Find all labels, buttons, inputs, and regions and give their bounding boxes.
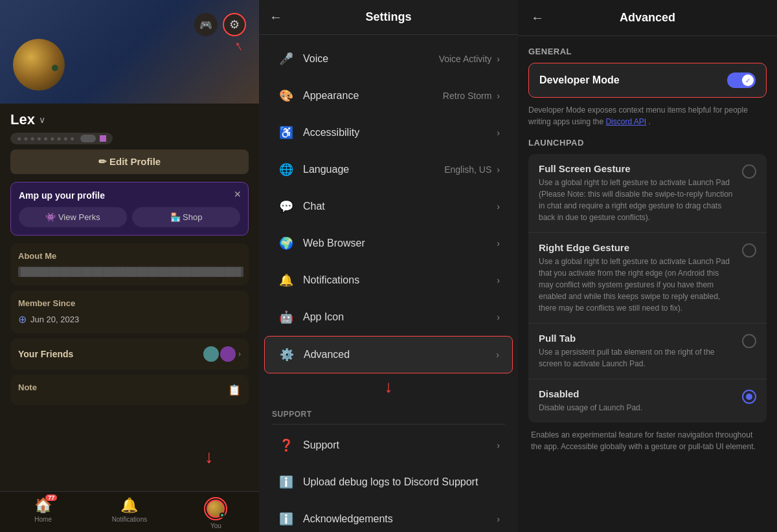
developer-mode-toggle[interactable]: ✓ <box>727 72 756 88</box>
friend-avatar-2 <box>220 346 236 362</box>
settings-item-notifications[interactable]: 🔔 Notifications › <box>264 262 513 298</box>
note-section: Note 📋 <box>10 375 249 405</box>
shop-button[interactable]: 🏪 Shop <box>132 207 240 227</box>
disabled-label: Disabled <box>539 388 734 399</box>
arrow-to-you: ↓ <box>205 447 214 467</box>
chat-label: Chat <box>303 201 497 212</box>
nitro-icon: 🎮 <box>199 19 212 31</box>
settings-item-accessibility[interactable]: ♿ Accessibility › <box>264 115 513 151</box>
friends-section[interactable]: Your Friends › <box>10 338 249 370</box>
settings-item-upload-logs[interactable]: ℹ️ Upload debug logs to Discord Support <box>264 464 513 500</box>
launchpad-item-disabled[interactable]: Disabled Disable usage of Launch Pad. <box>528 379 767 423</box>
home-badge-container: 🏠 77 <box>34 497 52 514</box>
home-label: Home <box>34 516 52 523</box>
arrow-to-advanced: ↓ <box>259 374 518 402</box>
edit-profile-button[interactable]: ✏ Edit Profile <box>10 150 249 174</box>
nav-notifications[interactable]: 🔔 Notifications <box>86 497 172 529</box>
nav-home[interactable]: 🏠 77 Home <box>0 497 86 529</box>
amp-close-button[interactable]: ✕ <box>234 189 242 199</box>
user-tag-text: ●●●●●●●●● <box>17 134 76 143</box>
full-screen-radio[interactable] <box>742 164 756 179</box>
toggle-thumb: ✓ <box>742 74 754 86</box>
left-panel: 🎮 ⚙ ↑ Lex ∨ ●●●●●●●●● ✏ Edit Profile Amp… <box>0 0 259 532</box>
note-icon: 📋 <box>228 384 241 396</box>
pull-tab-radio[interactable] <box>742 334 756 348</box>
amp-card: Amp up your profile ✕ 👾 View Perks 🏪 Sho… <box>10 182 249 236</box>
settings-item-language[interactable]: 🌐 Language English, US › <box>264 151 513 188</box>
disabled-desc: Disable usage of Launch Pad. <box>539 402 734 414</box>
discord-api-link[interactable]: Discord API <box>605 117 646 126</box>
accessibility-chevron-icon: › <box>497 127 500 138</box>
accessibility-label: Accessibility <box>303 127 497 139</box>
notifications-chevron-icon: › <box>497 275 500 285</box>
pull-tab-label: Pull Tab <box>539 333 734 344</box>
disabled-radio[interactable] <box>742 390 756 404</box>
chat-chevron-icon: › <box>497 201 500 212</box>
voice-chevron-icon: › <box>497 54 500 64</box>
settings-item-appearance[interactable]: 🎨 Appearance Retro Storm › <box>264 78 513 114</box>
launchpad-item-right-edge[interactable]: Right Edge Gesture Use a global right to… <box>528 233 767 324</box>
launchpad-section-title: LaunchPad <box>528 138 767 148</box>
nav-you[interactable]: You <box>173 497 259 529</box>
friends-right: › <box>203 346 241 362</box>
appearance-icon: 🎨 <box>277 87 295 105</box>
notifications-settings-icon: 🔔 <box>277 271 295 289</box>
you-avatar-container <box>204 497 227 520</box>
you-label: You <box>210 522 221 529</box>
settings-back-button[interactable]: ← <box>269 10 282 25</box>
language-value: English, US <box>444 164 491 175</box>
settings-header: ← Settings <box>259 0 518 35</box>
settings-item-chat[interactable]: 💬 Chat › <box>264 188 513 225</box>
friends-title: Your Friends <box>18 349 73 359</box>
settings-item-web-browser[interactable]: 🌍 Web Browser › <box>264 225 513 261</box>
language-icon: 🌐 <box>277 161 295 179</box>
settings-item-advanced[interactable]: ⚙️ Advanced › <box>264 336 513 373</box>
advanced-back-button[interactable]: ← <box>531 10 544 25</box>
support-chevron-icon: › <box>497 440 500 450</box>
web-browser-chevron-icon: › <box>497 238 500 249</box>
right-edge-gesture-desc: Use a global right to left gesture to ac… <box>539 256 734 314</box>
general-section-title: General <box>528 47 767 56</box>
settings-item-voice[interactable]: 🎤 Voice Voice Activity › <box>264 41 513 77</box>
friends-chevron-icon: › <box>238 349 241 359</box>
toggle-mini[interactable] <box>80 135 96 142</box>
advanced-chevron-icon: › <box>496 349 499 360</box>
acknowledgements-label: Acknowledgements <box>303 513 497 525</box>
support-section-header: Support <box>259 402 518 421</box>
advanced-icon: ⚙️ <box>278 346 296 364</box>
voice-value: Voice Activity <box>439 54 492 64</box>
chat-icon: 💬 <box>277 197 295 216</box>
radio-selected-dot <box>746 393 752 400</box>
app-icon-label: App Icon <box>303 311 497 323</box>
profile-content: Lex ∨ ●●●●●●●●● ✏ Edit Profile Amp up yo… <box>0 104 259 418</box>
gear-icon: ⚙ <box>229 17 240 32</box>
settings-title: Settings <box>365 10 411 24</box>
username-row: Lex ∨ <box>10 111 249 128</box>
settings-item-acknowledgements[interactable]: ℹ️ Acknowledgements › <box>264 501 513 532</box>
view-perks-button[interactable]: 👾 View Perks <box>19 207 127 227</box>
advanced-content: General Developer Mode ✓ Developer Mode … <box>518 36 777 532</box>
advanced-title: Advanced <box>552 11 743 25</box>
launchpad-footer: Enables an experimental feature for fast… <box>528 429 767 452</box>
username-caret-icon: ∨ <box>39 115 45 125</box>
about-text: ████████████████████████████████████████ <box>18 266 241 278</box>
settings-item-support[interactable]: ❓ Support › <box>264 427 513 463</box>
pull-tab-info: Pull Tab Use a persistent pull tab eleme… <box>539 333 734 370</box>
arrow-to-gear: ↑ <box>231 37 246 55</box>
right-edge-radio[interactable] <box>742 243 756 258</box>
settings-gear-button[interactable]: ⚙ <box>223 13 246 36</box>
settings-item-app-icon[interactable]: 🤖 App Icon › <box>264 299 513 335</box>
member-since-title: Member Since <box>18 298 241 308</box>
launchpad-item-pull-tab[interactable]: Pull Tab Use a persistent pull tab eleme… <box>528 324 767 379</box>
support-icon: ❓ <box>277 436 295 454</box>
language-label: Language <box>303 164 444 175</box>
full-screen-info: Full Screen Gesture Use a global right t… <box>539 163 734 223</box>
language-chevron-icon: › <box>497 164 500 175</box>
launchpad-item-full-screen[interactable]: Full Screen Gesture Use a global right t… <box>528 154 767 233</box>
developer-mode-label: Developer Mode <box>539 74 620 86</box>
support-label: Support <box>303 439 497 451</box>
nitro-badge: 🎮 <box>194 13 218 36</box>
discord-api-suffix: . <box>648 117 650 126</box>
member-since-section: Member Since ⊕ Jun 20, 2023 <box>10 291 249 333</box>
user-tag: ●●●●●●●●● <box>10 133 113 144</box>
